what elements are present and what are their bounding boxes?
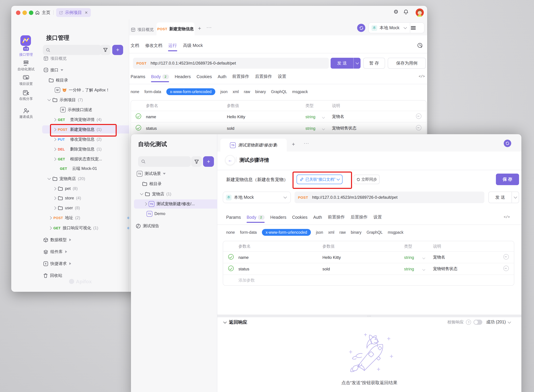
save-as-case-button[interactable]: 保存为用例 xyxy=(388,58,426,69)
add-tab-button[interactable]: + xyxy=(198,25,201,32)
tree-folder-sample-project[interactable]: 示例项目(7) xyxy=(42,96,132,104)
response-drag-handle[interactable]: ··· xyxy=(217,315,521,317)
send-caret-icon[interactable] xyxy=(355,61,359,64)
user-avatar[interactable] xyxy=(416,9,424,17)
tree-section-trash[interactable]: 回收站 xyxy=(42,271,127,280)
add-api-button[interactable]: + xyxy=(112,45,123,55)
tab-cookies[interactable]: Cookies xyxy=(197,74,212,82)
filter-button[interactable] xyxy=(100,45,110,55)
body-type-urlencoded[interactable]: x-www-form-urlencoded xyxy=(262,229,311,236)
tab-test-case[interactable]: TS 测试宠物新建/修改/删 xyxy=(220,139,287,151)
enabled-check-icon[interactable] xyxy=(228,254,234,260)
param-row-status[interactable]: status sold string 宠物销售状态 xyxy=(223,263,514,275)
tree-section-data-models[interactable]: 数据模型 xyxy=(42,236,127,244)
type-caret-icon[interactable] xyxy=(322,116,325,119)
tab-auth[interactable]: Auth xyxy=(313,215,322,223)
tree-section-test-report[interactable]: 测试报告 xyxy=(132,222,220,230)
remove-row-icon[interactable] xyxy=(416,113,421,119)
tree-endpoint-get-mock[interactable]: GET 云端 Mock-01 xyxy=(42,164,144,173)
env-sync-icon[interactable] xyxy=(504,140,511,147)
type-caret-icon[interactable] xyxy=(422,256,425,259)
tree-folder-pet-store[interactable]: 宠物店(1) xyxy=(132,190,224,198)
body-type-binary[interactable]: binary xyxy=(351,230,362,234)
tab-body[interactable]: Body2 xyxy=(247,215,264,223)
save-button[interactable]: 保 存 xyxy=(496,174,519,185)
sync-now-button[interactable]: 立即同步 xyxy=(354,175,380,184)
tab-post-ops[interactable]: 后置操作 xyxy=(351,214,367,223)
body-type-none[interactable]: none xyxy=(131,90,139,94)
send-caret-icon[interactable] xyxy=(514,195,517,199)
rail-item-automation-test[interactable]: 自动化测试 xyxy=(11,61,41,72)
tree-endpoint-get-vis[interactable]: GET 接口响应可视化(1) xyxy=(42,224,133,232)
environment-select[interactable]: 本 本地 Mock xyxy=(368,22,424,33)
tab-post-new-pet[interactable]: POST 新建宠物信息 xyxy=(157,22,195,35)
add-tab-button[interactable]: + xyxy=(292,141,295,147)
minimize-window-button[interactable] xyxy=(23,10,27,15)
body-type-xml[interactable]: xml xyxy=(233,90,239,94)
add-scene-button[interactable]: + xyxy=(203,156,214,167)
validate-toggle[interactable] xyxy=(474,320,482,325)
help-question-icon[interactable]: ? xyxy=(466,320,471,325)
search-box[interactable] xyxy=(138,156,191,167)
param-row-name[interactable]: name Hello Kitty string 宠物名 xyxy=(223,251,514,263)
remove-row-icon[interactable] xyxy=(503,266,509,271)
more-tabs-button[interactable]: ··· xyxy=(206,25,212,30)
body-type-form-data[interactable]: form-data xyxy=(144,90,161,94)
tree-folder-pet-shop[interactable]: 宠物商店(20) xyxy=(42,175,132,183)
env-sync-icon[interactable] xyxy=(357,24,365,32)
response-header[interactable]: 返回响应 xyxy=(224,319,247,325)
more-tabs-button[interactable]: ··· xyxy=(304,141,309,146)
back-button[interactable]: ← xyxy=(225,155,235,165)
tab-settings[interactable]: 设置 xyxy=(373,214,382,223)
linked-api-doc-button[interactable]: 已关联“接口文档” xyxy=(297,175,343,184)
tree-section-quick-request[interactable]: 快捷请求 xyxy=(42,260,127,268)
tree-endpoint-post-addr[interactable]: POST 地址(2) xyxy=(42,214,133,222)
tab-headers[interactable]: Headers xyxy=(270,215,286,223)
body-type-none[interactable]: none xyxy=(226,230,235,234)
expected-status[interactable]: 成功 (201) xyxy=(486,319,506,325)
tree-endpoint-del-pet[interactable]: DEL 删除宠物信息(1) xyxy=(42,145,137,153)
search-input[interactable] xyxy=(50,47,86,53)
tree-endpoint-get-status[interactable]: GET 根据状态查找宠...(2) xyxy=(42,155,137,163)
body-type-msgpack[interactable]: msgpack xyxy=(292,90,308,94)
code-view-icon[interactable]: </> xyxy=(419,75,425,79)
remove-row-icon[interactable] xyxy=(503,254,509,260)
subtab-doc[interactable]: 文档 xyxy=(131,43,139,51)
env-manage-icon[interactable] xyxy=(411,26,416,30)
tree-item-root-dir[interactable]: 根目录 xyxy=(132,180,226,188)
tree-endpoint-post-new[interactable]: POST 新建宠物信息(1) xyxy=(42,125,137,134)
tab-project-overview[interactable]: 项目概览 xyxy=(131,25,154,34)
enabled-check-icon[interactable] xyxy=(228,266,234,271)
request-url-bar[interactable]: POST http://127.0.0.1:4523/m1/2689726-0-… xyxy=(133,58,329,69)
subtab-run[interactable]: 运行 xyxy=(168,43,177,51)
subtab-edit-doc[interactable]: 修改文档 xyxy=(145,43,162,51)
tree-item-root-dir[interactable]: 根目录 xyxy=(42,76,133,84)
tab-cookies[interactable]: Cookies xyxy=(292,215,307,223)
body-type-json[interactable]: json xyxy=(316,230,323,234)
rail-item-api-management[interactable]: 接口管理 xyxy=(11,46,41,57)
tab-body[interactable]: Body2 xyxy=(151,74,169,82)
environment-select[interactable]: 本 本地 Mock xyxy=(223,191,291,203)
tree-item-test-case[interactable]: TS 测试宠物新建/修改/... xyxy=(134,199,225,209)
body-type-graphql[interactable]: GraphQL xyxy=(367,230,383,234)
subtab-advanced-mock[interactable]: 高级 Mock xyxy=(183,43,203,51)
body-type-graphql[interactable]: GraphQL xyxy=(271,90,287,94)
search-input[interactable] xyxy=(146,159,177,164)
body-type-binary[interactable]: binary xyxy=(255,90,266,94)
tab-headers[interactable]: Headers xyxy=(175,74,191,82)
request-url-bar[interactable]: POST http://127.0.0.1:4523/m1/2689726-0-… xyxy=(295,191,484,203)
maximize-window-button[interactable] xyxy=(29,10,33,15)
tab-auth[interactable]: Auth xyxy=(218,74,226,82)
tab-pre-ops[interactable]: 前置操作 xyxy=(232,74,249,83)
tab-params[interactable]: Params xyxy=(131,74,145,82)
body-type-msgpack[interactable]: msgpack xyxy=(388,230,403,234)
body-type-form-data[interactable]: form-data xyxy=(240,230,257,234)
close-window-button[interactable] xyxy=(16,10,20,15)
tree-endpoint-put-edit[interactable]: PUT 修改宠物信息(2) xyxy=(42,135,137,143)
rail-item-project-settings[interactable]: 项目设置 xyxy=(11,75,41,86)
settings-gear-icon[interactable]: ⚙ xyxy=(394,9,398,15)
search-box[interactable] xyxy=(43,45,101,55)
tree-section-components[interactable]: 组件库 xyxy=(42,248,127,256)
filter-button[interactable] xyxy=(191,156,202,167)
body-type-xml[interactable]: xml xyxy=(328,230,334,234)
